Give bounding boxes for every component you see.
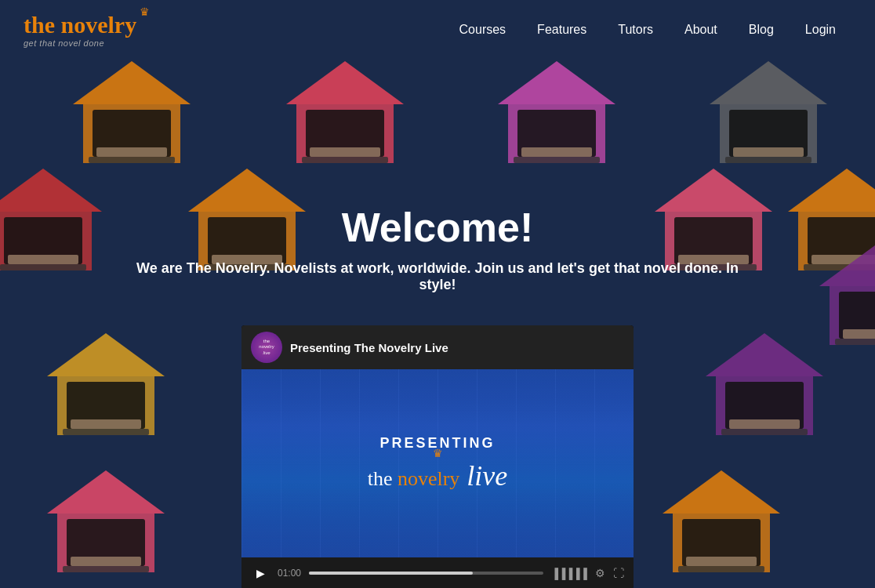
svg-rect-64	[686, 557, 757, 566]
svg-rect-68	[835, 339, 875, 345]
navbar: the novelry ♛ get that novel done Course…	[0, 0, 875, 59]
nav-about[interactable]: About	[669, 23, 733, 37]
progress-fill	[309, 572, 473, 575]
video-thumbnail-logo: thenovelrylive	[251, 332, 282, 363]
svg-marker-35	[788, 169, 875, 212]
svg-rect-14	[521, 147, 592, 157]
svg-marker-10	[498, 61, 615, 104]
nav-blog[interactable]: Blog	[733, 23, 790, 37]
play-button[interactable]: ▶	[251, 564, 270, 583]
svg-rect-54	[71, 557, 141, 566]
svg-marker-0	[73, 61, 191, 104]
welcome-subtitle: We are The Novelry. Novelists at work, w…	[124, 260, 751, 293]
svg-rect-9	[310, 147, 380, 157]
brand-novelry: novelry	[398, 467, 459, 490]
svg-marker-45	[706, 333, 823, 376]
svg-rect-53	[63, 566, 149, 572]
fullscreen-icon[interactable]: ⛶	[613, 567, 624, 579]
hero-section: Welcome! We are The Novelry. Novelists a…	[124, 204, 751, 293]
welcome-title: Welcome!	[124, 204, 751, 251]
logo: the novelry ♛ get that novel done	[24, 12, 136, 48]
svg-marker-20	[0, 169, 102, 212]
svg-rect-4	[96, 147, 167, 157]
house-icon	[702, 325, 827, 439]
logo-tagline: get that novel done	[24, 38, 104, 48]
svg-rect-19	[733, 147, 804, 157]
svg-rect-23	[0, 264, 86, 270]
video-screen: PRESENTING ♛ the novelry live	[241, 369, 634, 557]
svg-rect-63	[678, 566, 764, 572]
house-icon	[0, 161, 106, 274]
volume-icon[interactable]: ▐▐▐▐▐	[551, 568, 587, 579]
svg-rect-43	[63, 429, 149, 435]
svg-rect-8	[302, 157, 388, 163]
svg-rect-49	[729, 419, 800, 429]
house-icon	[43, 325, 169, 439]
nav-tutors[interactable]: Tutors	[602, 23, 669, 37]
svg-rect-44	[71, 419, 141, 429]
house-icon	[815, 235, 875, 349]
progress-bar[interactable]	[309, 572, 543, 575]
house-icon	[494, 53, 619, 167]
brand-the: the	[368, 467, 398, 490]
curtain-line	[594, 369, 634, 557]
video-title-text: Presenting The Novelry Live	[290, 341, 448, 354]
settings-icon[interactable]: ⚙	[595, 567, 605, 579]
svg-rect-24	[8, 255, 78, 264]
svg-rect-69	[843, 329, 875, 339]
brand-crown-icon: ♛	[433, 447, 443, 459]
house-icon	[706, 53, 831, 167]
video-player: thenovelrylive Presenting The Novelry Li…	[241, 325, 634, 588]
house-icon	[43, 463, 169, 576]
svg-rect-13	[514, 157, 600, 163]
svg-marker-40	[47, 333, 165, 376]
nav-features[interactable]: Features	[521, 23, 602, 37]
curtain-line	[281, 369, 320, 557]
time-display: 01:00	[278, 568, 301, 579]
curtain-line	[516, 369, 555, 557]
curtain-line	[320, 369, 359, 557]
logo-crown-icon: ♛	[140, 5, 150, 18]
svg-marker-15	[710, 61, 827, 104]
svg-rect-48	[721, 429, 808, 435]
nav-courses[interactable]: Courses	[444, 23, 522, 37]
video-title-bar: thenovelrylive Presenting The Novelry Li…	[241, 325, 634, 369]
svg-marker-60	[663, 470, 780, 514]
volume-bars: ▐▐▐▐▐	[551, 568, 587, 579]
nav-login[interactable]: Login	[790, 23, 851, 37]
svg-marker-65	[819, 243, 875, 286]
curtain-line	[555, 369, 594, 557]
house-icon	[659, 463, 784, 576]
house-icon	[69, 53, 194, 167]
brand-live: live	[459, 460, 507, 492]
curtain-line	[241, 369, 281, 557]
svg-marker-50	[47, 470, 165, 514]
video-controls: ▶ 01:00 ▐▐▐▐▐ ⚙ ⛶	[241, 557, 634, 588]
video-brand-area: ♛ the novelry live	[368, 459, 508, 492]
house-icon	[282, 53, 408, 167]
svg-marker-5	[286, 61, 404, 104]
logo-text: the novelry	[24, 10, 136, 38]
nav-links: Courses Features Tutors About Blog Login	[444, 23, 851, 37]
